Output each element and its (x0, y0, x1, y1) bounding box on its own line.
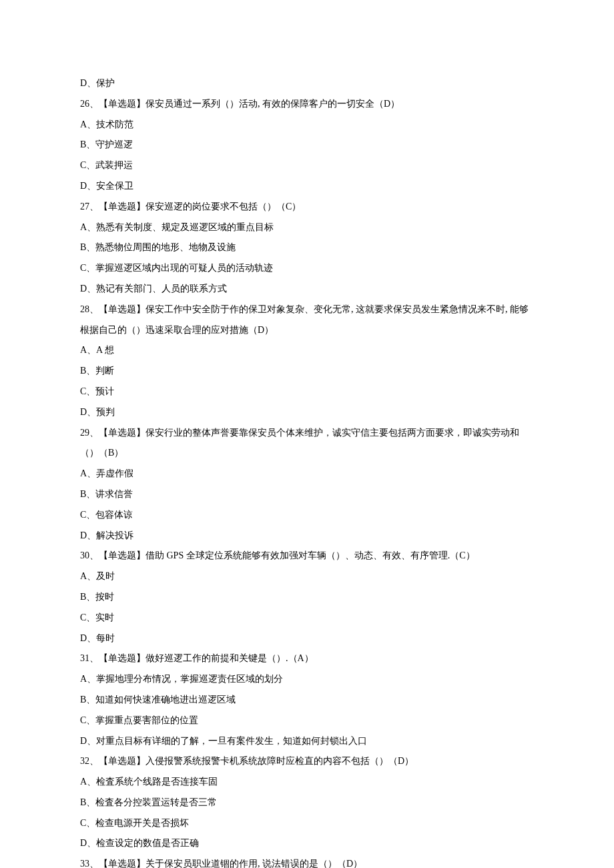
text-line: 32、【单选题】入侵报警系统报警卡机系统故障时应检直的内容不包括（）（D） (80, 751, 534, 772)
text-line: C、包容体谅 (80, 505, 534, 526)
text-line: 31、【单选题】做好巡逻工作的前提和关键是（）.（A） (80, 648, 534, 669)
text-line: A、检査系统个线路是否连接车固 (80, 772, 534, 793)
text-line: A、及时 (80, 566, 534, 587)
text-line: D、每时 (80, 628, 534, 649)
text-line: D、安全保卫 (80, 176, 534, 197)
text-line: A、掌握地理分布情况，掌握巡逻责任区域的划分 (80, 669, 534, 690)
text-line: B、判断 (80, 361, 534, 382)
text-line: C、实时 (80, 608, 534, 628)
text-line: A、技术防范 (80, 115, 534, 135)
text-line: B、检査各分控装置运转是否三常 (80, 793, 534, 813)
text-line: 26、【单选题】保安员通过一系列（）活动, 有效的保障客户的一切安全（D） (80, 94, 534, 115)
text-line: D、保护 (80, 73, 534, 94)
text-line: B、按时 (80, 587, 534, 608)
text-line: C、武装押运 (80, 155, 534, 176)
text-line: 29、【单选题】保安行业的整体声誉要靠保安员个体来维护，诚实守信主要包括两方面要… (80, 423, 534, 464)
text-line: C、掌握巡逻区域内出现的可疑人员的活动轨迹 (80, 258, 534, 279)
document-content: D、保护26、【单选题】保安员通过一系列（）活动, 有效的保障客户的一切安全（D… (80, 73, 534, 868)
text-line: 30、【单选题】借助 GPS 全球定位系统能够有效加强对车辆（）、动态、有效、有… (80, 546, 534, 566)
text-line: 27、【单选题】保安巡逻的岗位要求不包括（）（C） (80, 197, 534, 218)
text-line: D、对重点目标有详细的了解，一旦有案件发生，知道如何封锁出入口 (80, 731, 534, 752)
text-line: D、预判 (80, 402, 534, 423)
text-line: B、讲求信誉 (80, 484, 534, 505)
text-line: C、预计 (80, 382, 534, 402)
text-line: 28、【单选题】保安工作中安全防于作的保卫对象复杂、变化无常, 这就要求保安员发… (80, 300, 534, 341)
text-line: B、熟悉物位周围的地形、地物及设施 (80, 238, 534, 258)
text-line: D、检查设定的数值是否正确 (80, 833, 534, 854)
text-line: C、掌握重点要害部位的位置 (80, 711, 534, 731)
text-line: 33、【单选题】关于保安员职业道锢的作用, 说法错误的是（）（D） (80, 854, 534, 868)
text-line: B、守护巡逻 (80, 135, 534, 155)
text-line: A、熟悉有关制度、规定及巡逻区域的重点目标 (80, 218, 534, 238)
text-line: A、弄虚作假 (80, 464, 534, 484)
text-line: C、检查电源开关是否损坏 (80, 813, 534, 834)
text-line: D、解决投诉 (80, 526, 534, 546)
text-line: A、A 想 (80, 340, 534, 361)
text-line: D、熟记有关部门、人员的联系方式 (80, 279, 534, 300)
text-line: B、知道如何快速准确地进出巡逻区域 (80, 690, 534, 711)
